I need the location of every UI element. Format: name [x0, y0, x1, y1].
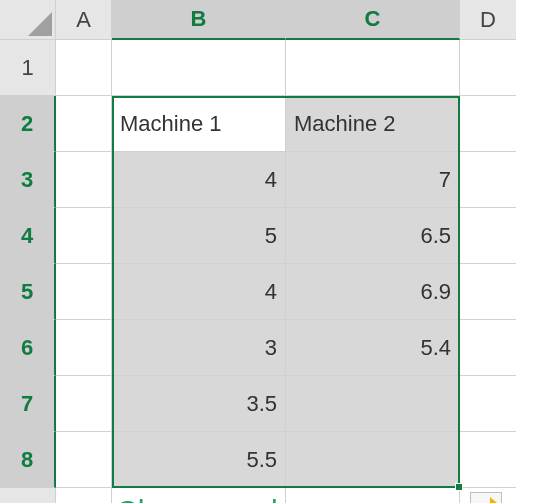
cell-B5[interactable]: 4 — [112, 264, 286, 320]
cell-A4[interactable] — [56, 208, 112, 264]
col-header-C[interactable]: C — [286, 0, 460, 40]
cell-C1[interactable] — [286, 40, 460, 96]
quick-analysis-button[interactable] — [470, 492, 502, 503]
cell-C5[interactable]: 6.9 — [286, 264, 460, 320]
row-header-9[interactable]: 9 — [0, 488, 56, 503]
cell-B6[interactable]: 3 — [112, 320, 286, 376]
col-header-D[interactable]: D — [460, 0, 516, 40]
cell-D4[interactable] — [460, 208, 516, 264]
row-header-8[interactable]: 8 — [0, 432, 56, 488]
cell-A1[interactable] — [56, 40, 112, 96]
cell-B1[interactable] — [112, 40, 286, 96]
cell-C3[interactable]: 7 — [286, 152, 460, 208]
col-header-A[interactable]: A — [56, 0, 112, 40]
row-header-3[interactable]: 3 — [0, 152, 56, 208]
row-header-1[interactable]: 1 — [0, 40, 56, 96]
cell-A2[interactable] — [56, 96, 112, 152]
cell-D3[interactable] — [460, 152, 516, 208]
quick-analysis-icon — [475, 497, 497, 503]
cell-B8[interactable]: 5.5 — [112, 432, 286, 488]
cell-A5[interactable] — [56, 264, 112, 320]
select-all-corner[interactable] — [0, 0, 56, 40]
row-header-6[interactable]: 6 — [0, 320, 56, 376]
row-header-2[interactable]: 2 — [0, 96, 56, 152]
cell-C2[interactable]: Machine 2 — [286, 96, 460, 152]
annotation-text: Choose and copy — [116, 494, 350, 503]
row-header-4[interactable]: 4 — [0, 208, 56, 264]
cell-A9[interactable] — [56, 488, 112, 503]
cell-B2[interactable]: Machine 1 — [112, 96, 286, 152]
cell-D5[interactable] — [460, 264, 516, 320]
cell-A3[interactable] — [56, 152, 112, 208]
cell-C6[interactable]: 5.4 — [286, 320, 460, 376]
spreadsheet-grid[interactable]: A B C D 1 2 Machine 1 Machine 2 3 4 7 4 … — [0, 0, 534, 503]
cell-B3[interactable]: 4 — [112, 152, 286, 208]
cell-D7[interactable] — [460, 376, 516, 432]
row-header-5[interactable]: 5 — [0, 264, 56, 320]
cell-A7[interactable] — [56, 376, 112, 432]
row-header-7[interactable]: 7 — [0, 376, 56, 432]
cell-B7[interactable]: 3.5 — [112, 376, 286, 432]
cell-D2[interactable] — [460, 96, 516, 152]
cell-D6[interactable] — [460, 320, 516, 376]
cell-C7[interactable] — [286, 376, 460, 432]
col-header-B[interactable]: B — [112, 0, 286, 40]
svg-marker-0 — [490, 497, 497, 503]
cell-D8[interactable] — [460, 432, 516, 488]
cell-B4[interactable]: 5 — [112, 208, 286, 264]
cell-D1[interactable] — [460, 40, 516, 96]
cell-C8[interactable] — [286, 432, 460, 488]
cell-A6[interactable] — [56, 320, 112, 376]
cell-C4[interactable]: 6.5 — [286, 208, 460, 264]
cell-A8[interactable] — [56, 432, 112, 488]
